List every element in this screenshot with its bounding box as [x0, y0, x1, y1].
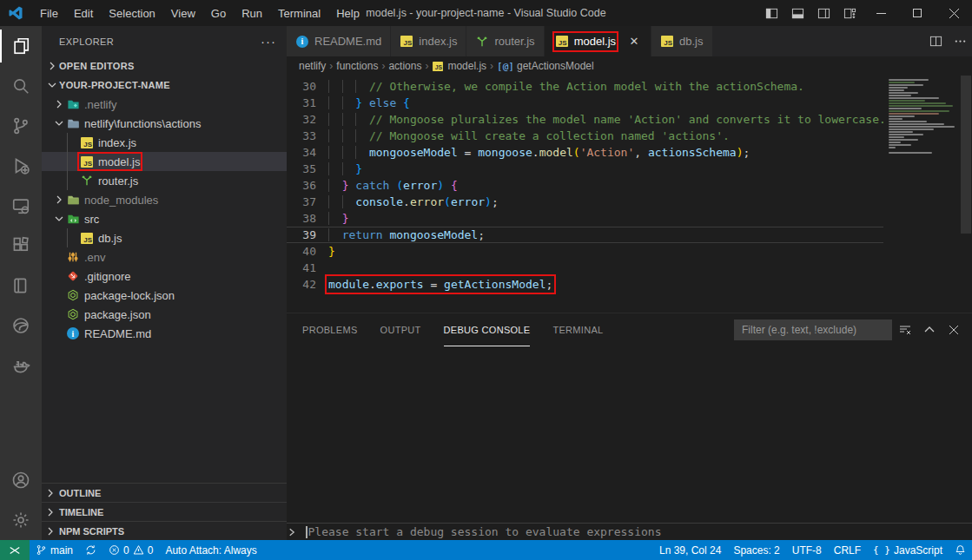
menu-run[interactable]: Run	[234, 0, 270, 26]
tree-item-package.json[interactable]: package.json	[42, 305, 287, 324]
tree-item-your-project-name[interactable]: YOUR-PROJECT-NAME	[42, 76, 287, 95]
panel-tab-problems[interactable]: PROBLEMS	[302, 314, 358, 346]
activity-run-and-debug[interactable]	[0, 146, 42, 186]
code-line-32[interactable]: 32 // Mongoose pluralizes the model name…	[287, 111, 883, 128]
js-icon: JS	[80, 155, 94, 168]
debug-console-input[interactable]: Please start a debug session to evaluate…	[287, 523, 972, 540]
breadcrumb-getactionsmodel[interactable]: [@]getActionsModel	[497, 60, 594, 72]
tree-item-router.js[interactable]: router.js	[42, 171, 287, 190]
code-line-42[interactable]: 42module.exports = getActionsModel;	[287, 276, 883, 293]
activity-notebook[interactable]	[0, 266, 42, 306]
tree-item-.netlify[interactable]: .netlify	[42, 95, 287, 114]
activity-source-control[interactable]	[0, 106, 42, 146]
panel-tab-debug-console[interactable]: DEBUG CONSOLE	[444, 314, 531, 346]
toggle-panel-icon[interactable]	[784, 0, 810, 26]
code-line-34[interactable]: 34 mongooseModel = mongoose.model('Actio…	[287, 144, 883, 161]
section-timeline[interactable]: TIMELINE	[42, 502, 287, 521]
menu-selection[interactable]: Selection	[101, 0, 162, 26]
code-line-35[interactable]: 35 }	[287, 161, 883, 177]
status-encoding[interactable]: UTF-8	[786, 540, 828, 560]
tree-item-package-lock.json[interactable]: package-lock.json	[42, 286, 287, 305]
debug-filter-input[interactable]: Filter (e.g. text, !exclude)	[734, 320, 892, 340]
section-npm-scripts[interactable]: NPM SCRIPTS	[42, 521, 287, 540]
status-git-branch[interactable]: main	[30, 540, 79, 560]
activity-explorer[interactable]	[0, 26, 42, 66]
tree-item-index.js[interactable]: JSindex.js	[42, 133, 287, 152]
tab-model.js[interactable]: JSmodel.js✕	[545, 26, 651, 56]
activity-accounts[interactable]	[0, 460, 42, 500]
tab-router.js[interactable]: router.js	[466, 26, 543, 56]
breadcrumb-netlify[interactable]: netlify	[299, 60, 326, 72]
section-outline[interactable]: OUTLINE	[42, 483, 287, 502]
close-panel-icon[interactable]	[942, 319, 965, 341]
tab-db.js[interactable]: JSdb.js	[651, 26, 711, 56]
toggle-secondary-sidebar-icon[interactable]	[810, 0, 836, 26]
menu-view[interactable]: View	[163, 0, 203, 26]
filter-icon[interactable]	[894, 319, 916, 341]
status-auto-attach[interactable]: Auto Attach: Always	[159, 540, 262, 560]
breadcrumb-actions[interactable]: actions	[388, 60, 421, 72]
status-sync[interactable]	[79, 540, 102, 560]
toggle-sidebar-icon[interactable]	[758, 0, 784, 26]
tree-item-db.js[interactable]: JSdb.js	[42, 228, 287, 247]
panel-tab-terminal[interactable]: TERMINAL	[552, 314, 603, 346]
panel-tab-output[interactable]: OUTPUT	[380, 314, 421, 346]
sidebar-more-actions[interactable]: ···	[261, 34, 276, 49]
menu-help[interactable]: Help	[328, 0, 367, 26]
activity-edge-tools[interactable]	[0, 306, 42, 346]
customize-layout-icon[interactable]	[836, 0, 863, 26]
tab-readme.md[interactable]: iREADME.md	[287, 26, 390, 56]
status-language-mode[interactable]: { }JavaScript	[867, 540, 949, 560]
code-line-38[interactable]: 38 }	[287, 210, 883, 227]
code-line-40[interactable]: 40}	[287, 243, 883, 260]
code-line-39[interactable]: 39 return mongooseModel;	[287, 227, 883, 243]
activity-remote-explorer[interactable]	[0, 186, 42, 226]
menu-terminal[interactable]: Terminal	[270, 0, 328, 26]
activity-settings[interactable]	[0, 500, 42, 540]
tree-item-.env[interactable]: .env	[42, 247, 287, 267]
tree-item-label: YOUR-PROJECT-NAME	[59, 80, 170, 90]
minimap[interactable]	[883, 76, 960, 313]
notebook-icon	[11, 276, 30, 295]
activity-extensions[interactable]	[0, 226, 42, 266]
close-button[interactable]	[936, 0, 972, 26]
status-cursor-position[interactable]: Ln 39, Col 24	[653, 540, 727, 560]
code-line-30[interactable]: 30 // Otherwise, we compile the Action m…	[287, 78, 883, 95]
remote-indicator[interactable]	[0, 540, 30, 560]
split-editor-icon[interactable]	[923, 26, 948, 56]
status-label: CRLF	[834, 544, 861, 557]
close-tab-icon[interactable]: ✕	[626, 35, 642, 48]
tree-item-readme.md[interactable]: iREADME.md	[42, 324, 287, 343]
activity-docker[interactable]	[0, 346, 42, 385]
code-line-31[interactable]: 31 } else {	[287, 95, 883, 111]
breadcrumb-model.js[interactable]: JSmodel.js	[432, 60, 486, 72]
status-feedback[interactable]	[949, 540, 972, 560]
breadcrumb-functions[interactable]: functions	[336, 60, 378, 72]
minimize-button[interactable]	[863, 0, 899, 26]
tree-item-src[interactable]: src	[42, 209, 287, 228]
editor-more-actions-icon[interactable]	[948, 26, 972, 56]
menu-file[interactable]: File	[32, 0, 66, 26]
js-icon: JS	[400, 35, 413, 49]
activity-search[interactable]	[0, 66, 42, 106]
status-eol[interactable]: CRLF	[828, 540, 867, 560]
tab-index.js[interactable]: JSindex.js	[391, 26, 466, 56]
maximize-button[interactable]	[899, 0, 936, 26]
tree-item-netlify-functions-actions[interactable]: netlify\functions\actions	[42, 114, 287, 133]
status-problems[interactable]: 00	[102, 540, 159, 560]
code-line-36[interactable]: 36 } catch (error) {	[287, 177, 883, 194]
tree-item-node-modules[interactable]: node_modules	[42, 190, 287, 209]
open-editors-section[interactable]: OPEN EDITORS	[42, 56, 287, 76]
editor-scrollbar[interactable]	[960, 76, 972, 313]
tree-item-.gitignore[interactable]: .gitignore	[42, 267, 287, 286]
code-line-41[interactable]: 41	[287, 260, 883, 276]
menu-go[interactable]: Go	[203, 0, 234, 26]
breadcrumb-label: actions	[388, 60, 421, 72]
code-line-37[interactable]: 37 console.error(error);	[287, 194, 883, 210]
code-editor[interactable]: 30 // Otherwise, we compile the Action m…	[287, 76, 972, 313]
tree-item-model.js[interactable]: JSmodel.js	[42, 152, 287, 171]
status-indentation[interactable]: Spaces: 2	[727, 540, 785, 560]
maximize-panel-icon[interactable]	[918, 319, 941, 341]
code-line-33[interactable]: 33 // Mongoose will create a collection …	[287, 128, 883, 144]
menu-edit[interactable]: Edit	[66, 0, 101, 26]
